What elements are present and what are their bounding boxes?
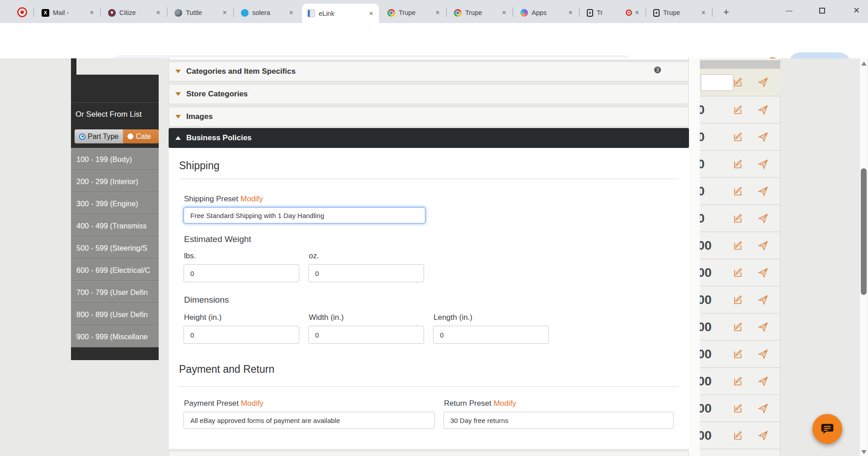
accordion-store-categories[interactable]: Store Categories [169,84,689,104]
part-type-toggle-button[interactable]: Part Type [75,129,123,143]
list-item[interactable]: 300 - 399 (Engine) [71,192,159,214]
table-row[interactable]: 0 [700,178,780,205]
edit-icon[interactable] [733,77,744,88]
edit-icon[interactable] [733,322,744,332]
table-row[interactable]: 00 [700,341,780,368]
tab-trupe-3[interactable]: + Trupe ✕ [648,5,711,20]
scroll-up-icon[interactable] [861,62,867,66]
edit-icon[interactable] [733,267,744,278]
tab-trupe-2[interactable]: Trupe ✕ [448,5,512,20]
scroll-down-icon[interactable] [861,450,867,454]
tab-close-icon[interactable]: ✕ [88,10,96,16]
table-row[interactable]: 00 [700,368,780,395]
tab-elink-active[interactable]: eLink ✕ [302,4,379,23]
table-row[interactable]: 0 [700,124,780,151]
table-row[interactable]: 00 [700,286,780,314]
tab-close-icon[interactable]: ✕ [221,10,229,16]
send-icon[interactable] [758,240,769,251]
list-item[interactable]: 700 - 799 (User Defin [71,281,159,303]
payment-preset-modify-link[interactable]: Modify [241,399,264,408]
edit-icon[interactable] [733,159,744,170]
table-row[interactable]: 00 [700,259,780,286]
send-icon[interactable] [758,322,769,332]
edit-icon[interactable] [733,403,744,414]
table-filter-input[interactable] [701,74,733,91]
send-icon[interactable] [758,267,769,278]
edit-icon[interactable] [733,376,744,387]
accordion-custom-tags[interactable]: Custom Tags [169,451,689,456]
tab-close-icon[interactable]: ✕ [154,10,162,16]
tab-tuttle[interactable]: Tuttle ✕ [169,5,232,20]
table-row[interactable]: 0 [700,151,780,178]
list-item[interactable]: 100 - 199 (Body) [71,148,159,170]
page-scrollbar[interactable] [860,58,868,456]
list-item[interactable]: 400 - 499 (Transmiss [71,214,159,237]
shipping-preset-input[interactable] [184,207,425,223]
table-row[interactable]: 00 [700,422,780,449]
edit-icon[interactable] [733,186,744,197]
minimize-button[interactable]: — [786,6,793,14]
send-icon[interactable] [758,104,769,115]
lbs-input[interactable] [184,264,299,282]
send-icon[interactable] [758,430,769,441]
table-row[interactable]: 00 [700,232,780,259]
elink-favicon-icon [307,10,315,17]
accordion-images[interactable]: Images [169,107,689,127]
new-tab-button[interactable]: + [723,6,729,18]
tab-close-icon[interactable]: ✕ [699,10,708,16]
width-input[interactable] [308,326,424,344]
tab-close-icon[interactable]: ✕ [287,10,295,16]
payment-preset-input[interactable] [184,412,435,429]
tab-close-icon[interactable]: ✕ [500,10,508,16]
edit-icon[interactable] [733,132,744,142]
send-icon[interactable] [758,77,769,88]
table-row[interactable]: 00 [700,395,780,422]
shipping-preset-modify-link[interactable]: Modify [241,195,263,203]
list-item[interactable]: 600 - 699 (Electrical/C [71,259,159,281]
tab-close-icon[interactable]: ✕ [367,10,375,17]
send-icon[interactable] [758,376,769,387]
maximize-button[interactable] [819,8,825,14]
table-row[interactable]: 00 [700,314,780,341]
scrollbar-thumb[interactable] [861,168,867,295]
tab-close-icon[interactable]: ✕ [566,10,575,16]
accordion-business-policies[interactable]: Business Policies [169,128,689,148]
list-item[interactable]: 200 - 299 (Interior) [71,170,159,192]
send-icon[interactable] [758,186,769,197]
send-icon[interactable] [758,349,769,360]
send-icon[interactable] [758,294,769,305]
category-toggle-button[interactable]: Cate [123,129,159,143]
tab-close-icon[interactable]: ✕ [633,10,641,16]
table-row[interactable]: 0 [700,96,780,124]
height-input[interactable] [184,326,299,344]
accordion-categories[interactable]: Categories and Item Specifics [169,62,689,81]
edit-icon[interactable] [733,213,744,224]
send-icon[interactable] [758,403,769,414]
edit-icon[interactable] [733,430,744,441]
tab-mail[interactable]: X Mail - ✕ [36,5,99,20]
close-window-button[interactable]: ✕ [853,5,860,15]
estimated-weight-label: Estimated Weight [184,234,251,244]
edit-icon[interactable] [733,104,744,115]
chat-widget-button[interactable] [812,414,842,444]
return-preset-modify-link[interactable]: Modify [494,399,516,408]
tab-tr-recording[interactable]: + Tr ✕ [581,5,645,20]
list-item[interactable]: 800 - 899 (User Defin [71,303,159,325]
tab-solera[interactable]: solera ✕ [236,5,299,20]
send-icon[interactable] [758,213,769,224]
send-icon[interactable] [758,132,769,142]
length-input[interactable] [433,326,549,344]
edit-icon[interactable] [733,240,744,251]
edit-icon[interactable] [733,349,744,360]
table-row[interactable]: 0 [700,205,780,232]
oz-input[interactable] [308,264,424,282]
tab-trupe-1[interactable]: Trupe ✕ [382,5,445,20]
list-item[interactable]: 500 - 599 (Steering/S [71,237,159,259]
list-item[interactable]: 900 - 999 (Miscellane [71,325,159,347]
tab-apps[interactable]: Apps ✕ [515,5,578,20]
tab-citize[interactable]: Citize ✕ [103,5,166,20]
edit-icon[interactable] [733,294,744,305]
send-icon[interactable] [758,159,769,170]
tab-close-icon[interactable]: ✕ [434,10,442,16]
return-preset-input[interactable] [443,412,674,429]
